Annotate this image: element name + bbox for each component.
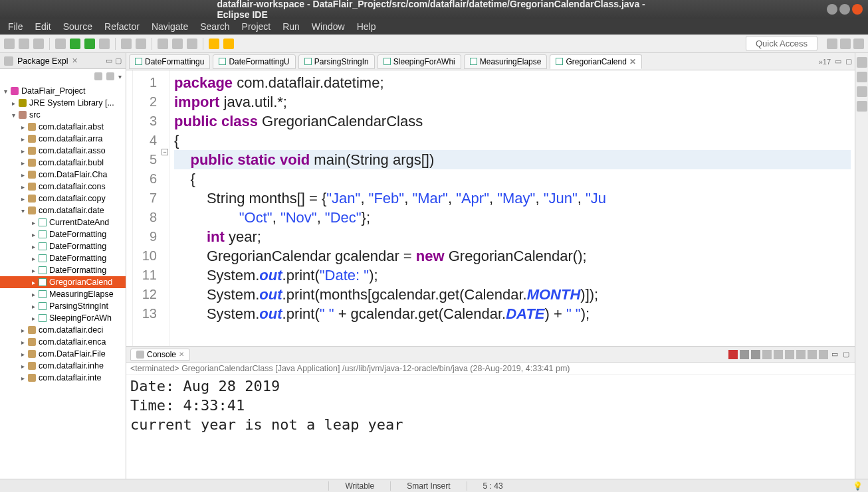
menu-edit[interactable]: Edit <box>35 21 51 32</box>
maximize-editor-icon[interactable]: ▢ <box>845 57 852 66</box>
src-label: src <box>29 110 41 120</box>
jre-lib[interactable]: ▸JRE System Library [... <box>0 97 126 109</box>
new-icon[interactable] <box>4 39 15 49</box>
search-icon[interactable] <box>172 39 183 49</box>
close-tab-icon[interactable]: ✕ <box>629 57 636 66</box>
package-icon <box>28 350 36 358</box>
menu-project[interactable]: Project <box>242 21 271 32</box>
console-close-icon[interactable]: ✕ <box>179 351 184 358</box>
fold-minus-icon[interactable]: − <box>162 149 168 155</box>
package-item[interactable]: ▸com.dataflair.bubl <box>0 157 126 169</box>
package-item[interactable]: ▸com.dataflair.copy <box>0 193 126 205</box>
console-tab[interactable]: Console✕ <box>130 349 190 361</box>
debug-perspective-icon[interactable] <box>853 39 864 49</box>
package-item[interactable]: ▸com.dataflair.deci <box>0 324 126 336</box>
minimap-icon[interactable] <box>857 101 867 112</box>
quick-access[interactable]: Quick Access <box>746 36 817 51</box>
menu-file[interactable]: File <box>8 21 23 32</box>
package-datetime[interactable]: ▾com.dataflair.date <box>0 205 126 216</box>
editor-tab[interactable]: DateFormattingu <box>129 54 210 69</box>
open-perspective-icon[interactable] <box>827 39 837 49</box>
file-item[interactable]: ▸DateFormatting <box>0 240 126 252</box>
maximize-icon[interactable] <box>839 4 850 15</box>
maximize-view-icon[interactable]: ▢ <box>115 56 122 65</box>
package-item[interactable]: ▸com.dataflair.cons <box>0 181 126 193</box>
package-item[interactable]: ▸com.DataFlair.Cha <box>0 169 126 181</box>
menu-refactor[interactable]: Refactor <box>104 21 140 32</box>
editor-tab[interactable]: MeasuringElapse <box>464 54 548 69</box>
editor-tab[interactable]: DateFormattingU <box>213 54 295 69</box>
cheat-sheet-icon[interactable] <box>857 86 867 97</box>
project-tree[interactable]: ▾DataFlair_Project ▸JRE System Library [… <box>0 84 126 479</box>
remove-launch-icon[interactable] <box>740 350 749 359</box>
file-item[interactable]: ▸DateFormatting <box>0 228 126 240</box>
java-file-icon <box>39 218 47 226</box>
run-icon[interactable] <box>70 39 80 49</box>
file-item[interactable]: ▸DateFormatting <box>0 264 126 276</box>
code-editor[interactable]: 12345678910111213 − package com.dataflai… <box>126 70 855 346</box>
src-folder[interactable]: ▾src <box>0 109 126 121</box>
java-perspective-icon[interactable] <box>840 39 851 49</box>
new-class-icon[interactable] <box>136 39 146 49</box>
toggle-mark-icon[interactable] <box>187 39 197 49</box>
package-item[interactable]: ▸com.dataflair.asso <box>0 145 126 157</box>
save-icon[interactable] <box>19 39 29 49</box>
menu-source[interactable]: Source <box>63 21 92 32</box>
minimize-console-icon[interactable]: ▭ <box>830 350 839 359</box>
display-selected-icon[interactable] <box>808 350 817 359</box>
minimize-icon[interactable] <box>827 4 837 15</box>
file-item[interactable]: ▸CurrentDateAnd <box>0 216 126 228</box>
package-item[interactable]: ▸com.dataflair.abst <box>0 121 126 133</box>
package-item[interactable]: ▸com.dataflair.enca <box>0 336 126 348</box>
menu-run[interactable]: Run <box>282 21 300 32</box>
terminate-icon[interactable] <box>728 350 738 359</box>
editor-tab[interactable]: SleepingForAWhi <box>378 54 461 69</box>
save-all-icon[interactable] <box>33 39 44 49</box>
tab-overflow[interactable]: »17▭▢ <box>819 57 852 66</box>
collapse-all-icon[interactable] <box>94 72 102 80</box>
task-list-icon[interactable] <box>857 72 867 82</box>
package-item[interactable]: ▸com.DataFlair.File <box>0 348 126 360</box>
scroll-lock-icon[interactable] <box>774 350 783 359</box>
console-output[interactable]: Date: Aug 28 2019 Time: 4:33:41 current … <box>126 375 855 479</box>
open-console-icon[interactable] <box>819 350 828 359</box>
package-item[interactable]: ▸com.dataflair.inte <box>0 372 126 384</box>
close-icon[interactable] <box>852 4 863 15</box>
file-item[interactable]: ▸ParsingStringInt <box>0 300 126 312</box>
word-wrap-icon[interactable] <box>785 350 794 359</box>
editor-tab[interactable]: ParsingStringIn <box>298 54 375 69</box>
menu-search[interactable]: Search <box>200 21 229 32</box>
file-item[interactable]: ▸SleepingForAWh <box>0 312 126 324</box>
package-item[interactable]: ▸com.dataflair.arra <box>0 133 126 145</box>
editor-tab-active[interactable]: GregorianCalend✕ <box>550 54 641 69</box>
menu-window[interactable]: Window <box>312 21 345 32</box>
new-package-icon[interactable] <box>121 39 132 49</box>
file-item[interactable]: ▸MeasuringElapse <box>0 288 126 300</box>
package-label: com.dataflair.inhe <box>39 361 104 370</box>
close-view-x[interactable]: ✕ <box>72 56 78 65</box>
outline-icon[interactable] <box>857 57 867 68</box>
file-item-selected[interactable]: ▸GregorianCalend <box>0 276 126 288</box>
minimize-editor-icon[interactable]: ▭ <box>835 57 841 66</box>
menu-navigate[interactable]: Navigate <box>152 21 188 32</box>
pin-console-icon[interactable] <box>796 350 806 359</box>
java-file-icon <box>219 58 226 65</box>
forward-icon[interactable] <box>223 39 234 49</box>
code-content[interactable]: package com.dataflair.datetime;import ja… <box>170 70 855 346</box>
file-item[interactable]: ▸DateFormatting <box>0 252 126 264</box>
open-type-icon[interactable] <box>158 39 168 49</box>
view-menu-icon[interactable]: ▾ <box>118 73 122 80</box>
menu-help[interactable]: Help <box>357 21 376 32</box>
link-editor-icon[interactable] <box>106 72 114 80</box>
run-last-icon[interactable] <box>99 39 110 49</box>
tip-icon[interactable]: 💡 <box>847 481 868 491</box>
maximize-console-icon[interactable]: ▢ <box>841 350 851 359</box>
debug-icon[interactable] <box>55 39 66 49</box>
back-icon[interactable] <box>209 39 219 49</box>
clear-console-icon[interactable] <box>762 350 772 359</box>
project-root[interactable]: ▾DataFlair_Project <box>0 85 126 97</box>
package-item[interactable]: ▸com.dataflair.inhe <box>0 360 126 372</box>
coverage-icon[interactable] <box>84 39 95 49</box>
remove-all-icon[interactable] <box>751 350 760 359</box>
minimize-view-icon[interactable]: ▭ <box>106 56 112 65</box>
